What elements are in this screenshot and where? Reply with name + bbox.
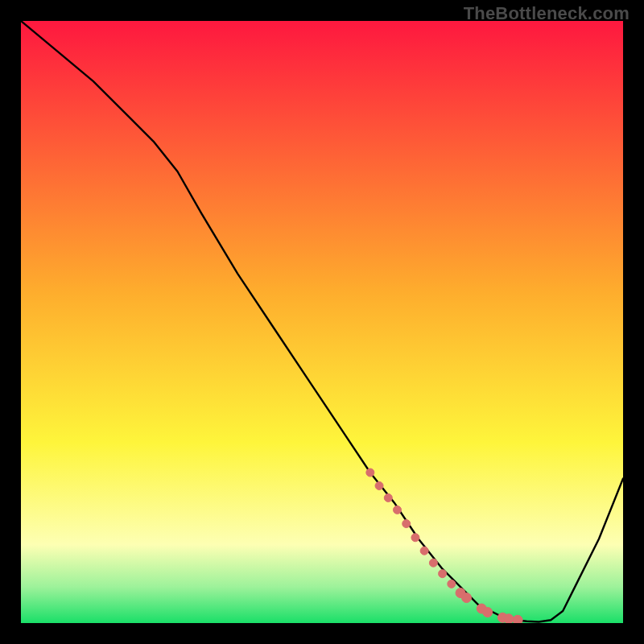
curve-marker-dot — [483, 608, 493, 617]
curve-marker-dot — [513, 615, 522, 623]
curve-marker-dot — [394, 506, 402, 514]
curve-marker-dot — [411, 534, 419, 542]
chart-stage: TheBottleneck.com — [0, 0, 644, 644]
plot-area — [21, 21, 623, 623]
curve-marker-dot — [402, 520, 411, 528]
curve-marker-dot — [504, 614, 514, 623]
curve-marker-dot — [384, 493, 392, 502]
curve-marker-dot — [366, 469, 374, 477]
curve-marker-dot — [429, 559, 437, 567]
curve-marker-dot — [375, 481, 383, 489]
curve-marker-dot — [462, 593, 472, 603]
curve-marker-dot — [420, 547, 428, 555]
bottleneck-curve-chart — [21, 21, 623, 623]
curve-marker-dot — [439, 570, 447, 578]
curve-marker-dot — [448, 580, 456, 588]
gradient-background — [21, 21, 623, 623]
